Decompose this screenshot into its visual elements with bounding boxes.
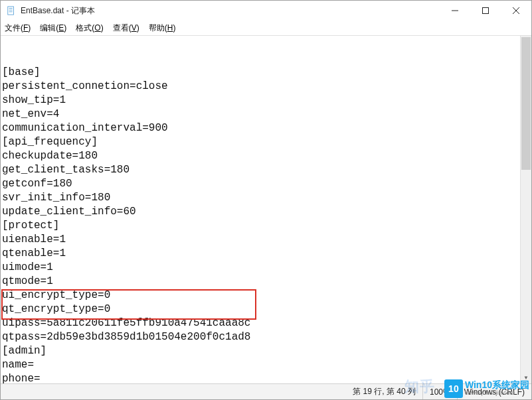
svg-rect-5	[483, 8, 489, 14]
text-line: uimode=1	[2, 261, 520, 275]
svg-rect-0	[8, 7, 14, 15]
text-line: svr_init_info=180	[2, 191, 520, 205]
text-line: get_client_tasks=180	[2, 163, 520, 177]
menu-help[interactable]: 帮助(H)	[149, 23, 176, 34]
text-line: [protect]	[2, 219, 520, 233]
menu-view[interactable]: 查看(V)	[113, 23, 139, 34]
text-line: uienable=1	[2, 233, 520, 247]
window-title: EntBase.dat - 记事本	[21, 5, 95, 17]
text-line: persistent_connetion=close	[2, 80, 520, 94]
maximize-button[interactable]	[470, 1, 501, 21]
status-zoom: 100%	[422, 384, 457, 399]
scroll-thumb[interactable]	[521, 37, 531, 170]
text-line: [api_frequency]	[2, 135, 520, 149]
text-line: ui_encrypt_type=0	[2, 289, 520, 302]
text-line: qtmode=1	[2, 275, 520, 289]
window-controls	[440, 1, 531, 21]
titlebar[interactable]: EntBase.dat - 记事本	[1, 1, 531, 21]
text-line: qtpass=2db59e3bd3859d1b01504e200f0c1ad8	[2, 330, 520, 344]
text-line: communication_interval=900	[2, 121, 520, 135]
text-line: [admin]	[2, 344, 520, 358]
status-position: 第 19 行, 第 40 列	[346, 384, 422, 399]
status-eol: Windows (CRLF)	[457, 384, 531, 399]
menu-format[interactable]: 格式(O)	[76, 23, 103, 34]
minimize-button[interactable]	[440, 1, 470, 21]
menu-edit[interactable]: 编辑(E)	[40, 23, 66, 34]
notepad-window: EntBase.dat - 记事本 文件(F) 编辑(E) 格式(O) 查看(V…	[0, 0, 532, 400]
text-line: update_client_info=60	[2, 205, 520, 219]
vertical-scrollbar[interactable]: ▲ ▼	[520, 36, 531, 383]
text-area[interactable]: [base]persistent_connetion=closeshow_tip…	[1, 36, 520, 383]
menu-bar: 文件(F) 编辑(E) 格式(O) 查看(V) 帮助(H)	[1, 21, 531, 35]
text-line: net_env=4	[2, 107, 520, 121]
text-line: uipass=5a811c20611fe5ffb910a47541caaa8c	[2, 316, 520, 330]
text-line: qt_encrypt_type=0	[2, 302, 520, 316]
close-button[interactable]	[501, 1, 531, 21]
text-line: name=	[2, 358, 520, 372]
status-bar: 第 19 行, 第 40 列 100% Windows (CRLF)	[1, 383, 531, 399]
text-line: phone=	[2, 372, 520, 383]
editor-wrap: [base]persistent_connetion=closeshow_tip…	[1, 35, 531, 383]
menu-file[interactable]: 文件(F)	[5, 23, 31, 34]
text-line: qtenable=1	[2, 247, 520, 261]
scroll-down-icon[interactable]: ▼	[521, 372, 531, 383]
text-line: checkupdate=180	[2, 149, 520, 163]
text-line: show_tip=1	[2, 94, 520, 107]
text-line: [base]	[2, 66, 520, 80]
text-line: getconf=180	[2, 177, 520, 191]
notepad-icon	[6, 5, 17, 16]
